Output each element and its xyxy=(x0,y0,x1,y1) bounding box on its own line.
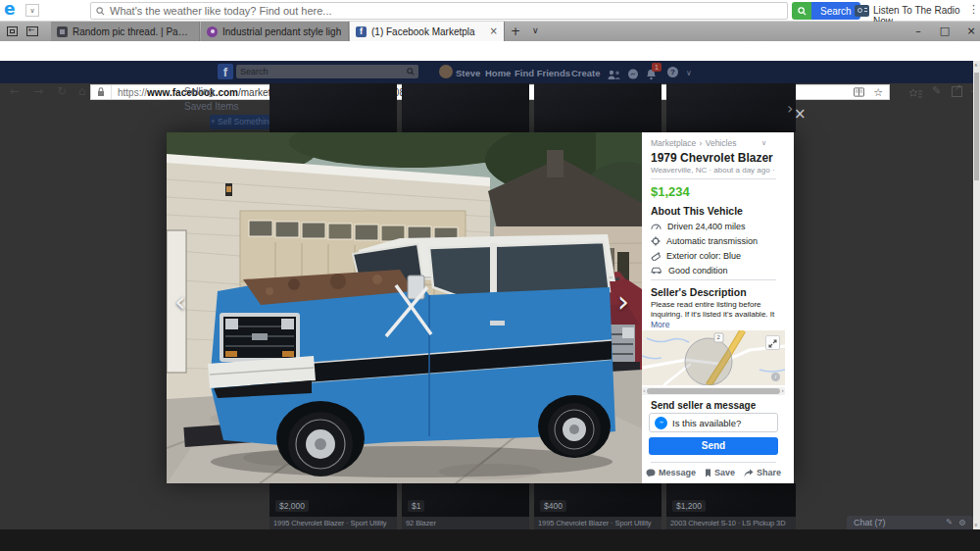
listing-card-title: 92 Blazer xyxy=(402,517,529,529)
tab-title: Industrial pendant style ligh xyxy=(222,26,341,37)
window-close-button[interactable]: × xyxy=(959,22,980,41)
action-label: Share xyxy=(757,468,781,477)
breadcrumb-marketplace[interactable]: Marketplace xyxy=(651,138,696,148)
page-scrollbar[interactable]: ∧ ∨ xyxy=(973,61,980,529)
refresh-icon[interactable]: ↻ xyxy=(57,85,67,97)
scrollbar-thumb[interactable] xyxy=(974,73,979,180)
add-notes-icon[interactable]: ✎ xyxy=(932,85,941,96)
tab-favicon xyxy=(57,26,68,37)
related-listing-card: $400 1995 Chevrolet Blazer · Sport Utili… xyxy=(534,483,662,529)
help-icon[interactable]: ? xyxy=(667,67,678,77)
more-link[interactable]: More xyxy=(651,320,776,329)
photo-thumbnail xyxy=(666,83,796,132)
panel-horizontal-scrollbar[interactable]: ‹ › xyxy=(642,387,785,395)
related-listing-card: $2,000 1995 Chevrolet Blazer · Sport Uti… xyxy=(270,483,397,529)
message-input-value: Is this available? xyxy=(672,418,741,428)
scroll-up-icon[interactable]: ∧ xyxy=(974,63,978,68)
taskbar: Type here to search e 99+ f 1 SXM xyxy=(0,529,980,551)
tab-random-pic-thread[interactable]: Random pic thread. | Page 5 xyxy=(51,22,200,41)
modal-close-icon[interactable]: × xyxy=(794,107,807,122)
avatar[interactable] xyxy=(439,65,453,78)
nav-find-friends-link[interactable]: Find Friends xyxy=(514,68,570,78)
window-maximize-button[interactable]: □ xyxy=(933,22,956,41)
action-label: Message xyxy=(659,468,696,477)
photo-next-icon[interactable]: › xyxy=(617,287,629,317)
map-info-icon[interactable]: i xyxy=(771,373,780,381)
listing-price: $1,234 xyxy=(651,184,776,199)
back-icon[interactable]: ← xyxy=(10,85,20,97)
set-tabs-aside-icon[interactable]: ← xyxy=(26,26,38,36)
listing-price-chip: $2,000 xyxy=(275,500,309,512)
toolbar-search-input[interactable]: What's the weather like today? Find out … xyxy=(90,2,788,20)
bookmark-icon xyxy=(705,469,711,477)
facebook-logo[interactable]: f xyxy=(218,64,233,79)
edge-logo-icon[interactable]: e xyxy=(4,1,16,18)
nav-home-link[interactable]: Home xyxy=(485,68,511,78)
about-row-mileage: Driven 24,400 miles xyxy=(651,220,776,232)
photo-thumbnail xyxy=(534,83,662,132)
photo-prev-icon[interactable]: ‹ xyxy=(174,287,186,317)
save-action[interactable]: Save xyxy=(705,468,735,477)
description-text: Please read entire listing before inquir… xyxy=(651,300,776,320)
search-icon xyxy=(96,7,105,16)
share-action[interactable]: Share xyxy=(744,468,781,477)
tab-title: (1) Facebook Marketpla xyxy=(371,26,490,37)
new-tab-icon[interactable]: + xyxy=(511,25,520,37)
messenger-icon xyxy=(655,417,667,429)
listing-card-title: 1995 Chevrolet Blazer · Sport Utility xyxy=(270,517,397,529)
window-minimize-button[interactable]: – xyxy=(906,22,930,41)
messenger-icon[interactable] xyxy=(627,67,639,84)
facebook-search-input[interactable]: Search xyxy=(236,65,418,78)
tab-title: Random pic thread. | Page 5 xyxy=(73,26,193,37)
listing-card-title: 1995 Chevrolet Blazer · Sport Utility xyxy=(534,517,662,529)
divider xyxy=(651,279,776,280)
message-input[interactable]: Is this available? xyxy=(649,413,778,432)
share-icon[interactable]: ↗ xyxy=(952,86,962,97)
forward-icon[interactable]: → xyxy=(33,85,43,97)
about-label: Exterior color: Blue xyxy=(666,251,741,261)
friend-requests-icon[interactable] xyxy=(608,67,620,84)
reading-view-icon[interactable] xyxy=(854,87,864,97)
account-caret-icon[interactable]: ∨ xyxy=(686,70,692,77)
tab-close-icon[interactable]: × xyxy=(490,26,498,36)
breadcrumb-vehicles[interactable]: Vehicles xyxy=(706,138,761,148)
paint-icon xyxy=(651,251,661,261)
photo-thumbnail xyxy=(402,83,529,132)
tab-facebook-marketplace[interactable]: f (1) Facebook Marketpla × xyxy=(350,22,505,41)
nav-profile-link[interactable]: Steve xyxy=(456,68,480,78)
message-action[interactable]: Message xyxy=(646,468,696,477)
send-button[interactable]: Send xyxy=(649,437,778,455)
favorite-star-icon[interactable]: ☆ xyxy=(873,87,883,98)
notifications-bell-icon[interactable]: 1 xyxy=(646,67,657,84)
divider xyxy=(651,178,776,179)
chat-settings-icon xyxy=(958,519,966,526)
scroll-right-icon[interactable]: › xyxy=(780,388,785,395)
radio-icon[interactable] xyxy=(855,5,869,17)
listing-actions: Message Save Share xyxy=(642,468,785,477)
toolbar-search-button[interactable]: Search xyxy=(792,2,860,20)
scroll-down-icon[interactable]: ∨ xyxy=(974,523,978,527)
about-row-condition: Good condition xyxy=(651,264,776,276)
nav-create-link[interactable]: Create xyxy=(571,68,601,78)
home-icon[interactable]: ⌂ xyxy=(78,85,86,97)
description-heading: Seller's Description xyxy=(651,286,776,298)
location-map[interactable]: 2 i xyxy=(642,330,785,385)
tab-preview-icon[interactable] xyxy=(7,26,18,36)
car-icon xyxy=(651,266,662,275)
good-condition-link[interactable]: Good condition xyxy=(668,266,728,276)
map-expand-icon[interactable] xyxy=(765,335,780,350)
hub-favorites-icon[interactable] xyxy=(909,86,922,104)
toolbar-menu-icon[interactable]: ⋮ xyxy=(968,4,979,15)
tab-list-icon[interactable]: ∨ xyxy=(532,26,539,35)
breadcrumb-collapse-icon[interactable]: ∨ xyxy=(761,140,766,147)
send-message-heading: Send seller a message xyxy=(651,400,776,411)
facebook-search-placeholder: Search xyxy=(240,67,407,76)
toolbar-dropdown-icon[interactable]: ∨ xyxy=(25,4,39,17)
tab-industrial-pendant[interactable]: Industrial pendant style ligh xyxy=(201,22,349,41)
chat-label: Chat (7) xyxy=(854,518,946,527)
map-road-label: 2 xyxy=(717,334,720,340)
about-label: Driven 24,400 miles xyxy=(667,222,746,231)
message-bubble-icon xyxy=(646,469,656,477)
scrollbar-thumb[interactable] xyxy=(647,388,780,394)
odometer-icon xyxy=(651,222,662,230)
